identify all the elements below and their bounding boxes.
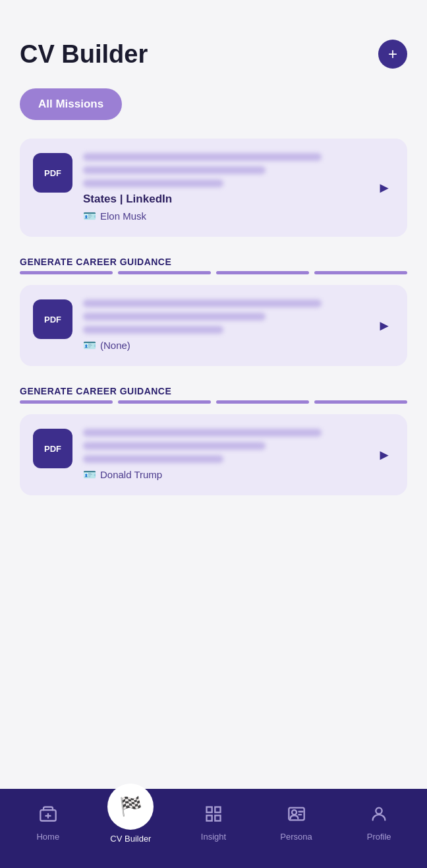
blurred-line-2-3: [83, 326, 223, 334]
card-name-row-1: 🪪 Elon Musk: [83, 210, 364, 222]
nav-item-cv-builder[interactable]: 🏁 CV Builder: [107, 803, 154, 844]
card-person-1: Elon Musk: [100, 210, 146, 222]
progress-bar-2-4: [314, 400, 407, 404]
nav-item-profile[interactable]: Profile: [356, 805, 402, 842]
cv-builder-icon: 🏁: [119, 795, 142, 817]
persona-label: Persona: [280, 832, 312, 842]
nav-item-persona[interactable]: Persona: [273, 805, 320, 842]
cv-builder-circle: 🏁: [107, 784, 154, 830]
page-header: CV Builder +: [20, 40, 407, 69]
pdf-icon-1: PDF: [33, 153, 72, 193]
blurred-line-1-3: [83, 179, 223, 187]
blurred-line-3-1: [83, 429, 322, 437]
card-content-2: 🪪 (None): [83, 299, 364, 352]
blurred-line-1-2: [83, 166, 266, 174]
svg-rect-5: [206, 815, 212, 821]
arrow-button-1[interactable]: ►: [374, 177, 394, 199]
cv-builder-label: CV Builder: [110, 834, 151, 844]
nav-item-home[interactable]: Home: [25, 805, 71, 842]
pdf-icon-2: PDF: [33, 299, 72, 339]
card-name-row-3: 🪪 Donald Trump: [83, 468, 364, 481]
blurred-line-3-3: [83, 455, 223, 463]
section-2: GENERATE CAREER GUIDANCE: [20, 386, 407, 404]
progress-bar-1-3: [216, 271, 309, 274]
card-title-1: States | LinkedIn: [83, 193, 364, 206]
card-content-3: 🪪 Donald Trump: [83, 429, 364, 481]
insight-icon: [204, 805, 223, 828]
card-name-row-2: 🪪 (None): [83, 339, 364, 352]
profile-icon: [370, 805, 388, 828]
blurred-line-2-2: [83, 313, 266, 321]
person-icon-1: 🪪: [83, 210, 96, 222]
card-content-1: States | LinkedIn 🪪 Elon Musk: [83, 153, 364, 222]
blurred-line-1-1: [83, 153, 322, 161]
progress-bars-1: [20, 271, 407, 274]
section-label-2: GENERATE CAREER GUIDANCE: [20, 386, 407, 396]
person-icon-2: 🪪: [83, 339, 96, 352]
persona-icon: [287, 805, 306, 828]
arrow-button-2[interactable]: ►: [374, 315, 394, 337]
add-button[interactable]: +: [378, 40, 407, 69]
home-icon: [39, 805, 57, 828]
section-1: GENERATE CAREER GUIDANCE: [20, 257, 407, 274]
progress-bar-1-1: [20, 271, 113, 274]
blurred-line-3-2: [83, 442, 266, 450]
profile-label: Profile: [367, 832, 391, 842]
progress-bar-2-2: [118, 400, 211, 404]
filter-button[interactable]: All Missions: [20, 88, 122, 120]
person-icon-3: 🪪: [83, 468, 96, 481]
cv-card-3: PDF 🪪 Donald Trump ►: [20, 414, 407, 495]
svg-point-11: [376, 808, 382, 814]
svg-rect-3: [206, 807, 212, 813]
blurred-line-2-1: [83, 299, 322, 307]
progress-bars-2: [20, 400, 407, 404]
bottom-nav: Home 🏁 CV Builder Insight: [0, 789, 427, 868]
arrow-button-3[interactable]: ►: [374, 444, 394, 466]
main-content: CV Builder + All Missions PDF States | L…: [0, 0, 427, 588]
cv-card-1: PDF States | LinkedIn 🪪 Elon Musk ►: [20, 139, 407, 237]
insight-label: Insight: [201, 832, 226, 842]
svg-rect-4: [215, 807, 220, 813]
svg-rect-6: [215, 815, 220, 821]
card-person-3: Donald Trump: [100, 469, 162, 480]
section-label-1: GENERATE CAREER GUIDANCE: [20, 257, 407, 267]
card-person-2: (None): [100, 340, 130, 351]
page-title: CV Builder: [20, 40, 148, 69]
svg-point-8: [292, 810, 297, 815]
pdf-icon-3: PDF: [33, 429, 72, 468]
nav-item-insight[interactable]: Insight: [190, 805, 237, 842]
home-label: Home: [36, 832, 59, 842]
progress-bar-2-3: [216, 400, 309, 404]
progress-bar-1-4: [314, 271, 407, 274]
cv-card-2: PDF 🪪 (None) ►: [20, 285, 407, 366]
progress-bar-1-2: [118, 271, 211, 274]
progress-bar-2-1: [20, 400, 113, 404]
